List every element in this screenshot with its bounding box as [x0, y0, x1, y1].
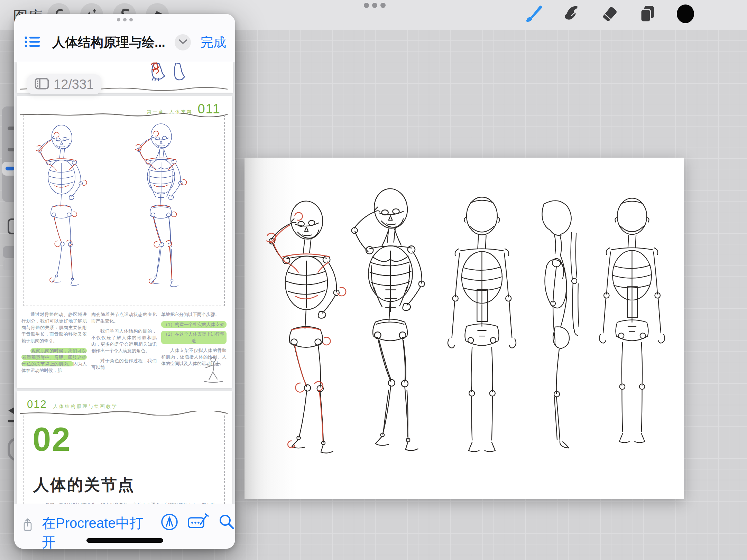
color-swatch-icon [675, 4, 695, 25]
page-number: 012 [27, 398, 47, 411]
highlighted-step-1: （1）构建一个扎实的人体支架 [161, 321, 227, 328]
gesture-sketch [201, 356, 226, 384]
paragraph: 单地把它分为以下两个步骤。 [161, 311, 227, 318]
procreate-canvas[interactable] [245, 158, 684, 499]
sketch-figure-back [599, 198, 665, 442]
layers-icon [637, 4, 657, 25]
sketch-figure-front [448, 197, 516, 451]
chapter-title: 人体的关节点 [33, 474, 135, 496]
paint-brush-icon [523, 3, 544, 26]
paint-tool-button[interactable] [522, 3, 545, 26]
paragraph: 通过对骨骼的动、静区域进行划分，我们可以更好地了解肌肉与骨骼的关系：肌肉主要依附… [21, 311, 87, 344]
document-title: 人体结构原理与绘... [52, 34, 165, 51]
page-011-text: 通过对骨骼的动、静区域进行划分，我们可以更好地了解肌肉与骨骼的关系：肌肉主要依附… [21, 311, 227, 377]
series-title: 人体结构原理与绘画教学 [53, 403, 118, 410]
page-012-running-head: 012 人体结构原理与绘画教学 [27, 398, 118, 411]
app-menu-dots[interactable] [364, 3, 386, 8]
pen-circle-icon[interactable] [160, 513, 178, 532]
pdf-page-012: 012 人体结构原理与绘画教学 02 人体的关节点 画骨骼三视图的时候需要先画好… [17, 391, 232, 504]
done-button[interactable]: 完成 [201, 34, 226, 51]
paragraph: 我们学习人体结构的目的，不仅仅是了解人体的骨骼和肌肉，更多的是学会运用相关知识创… [91, 328, 157, 354]
sketch-figure-side [542, 201, 571, 448]
paragraph: 观察肌肉的时候，我们可以着重观察脊柱、肩胛、四肢这些部位的关节点上的肌肉。因为人… [21, 347, 87, 374]
chapter-number: 02 [33, 420, 71, 458]
background-selected-marker [6, 167, 15, 170]
background-app-panel [2, 106, 16, 202]
eraser-tool-button[interactable] [598, 3, 621, 26]
sketch-arm-bones [571, 232, 579, 335]
pdf-window-header: 人体结构原理与绘... 完成 [14, 14, 235, 62]
eraser-icon [599, 4, 619, 25]
pdf-scroll-area[interactable]: 静区: [14, 62, 235, 504]
home-indicator[interactable] [86, 538, 163, 543]
markup-icon[interactable] [187, 513, 209, 532]
screen: 图库 [0, 0, 747, 560]
sketch-figure-skeleton-pose [269, 199, 339, 453]
title-menu-button[interactable] [175, 34, 191, 50]
search-icon[interactable] [218, 513, 235, 532]
window-drag-handle[interactable] [14, 18, 235, 21]
open-in-procreate-button[interactable]: 在Procreate中打开 [42, 514, 151, 549]
color-swatch-button[interactable] [674, 3, 697, 26]
table-of-contents-icon[interactable] [25, 35, 40, 50]
sketch-figure-muscle-pose [352, 187, 425, 450]
anatomy-figures-panel [23, 115, 225, 306]
share-icon[interactable] [22, 518, 33, 533]
page-indicator[interactable]: 12/331 [27, 74, 101, 94]
highlighted-step-2: （2）在这个人体支架上进行塑造 [161, 331, 227, 344]
feet-red-marks [148, 62, 169, 80]
chapter-intro-text: 画骨骼三视图的时候需要先画好水平参考线，之后不要逐个画完整骨骼的正面、侧面以及背… [32, 501, 215, 504]
paragraph: 肉会随着关节点运动状态的变化而产生变化。 [91, 311, 157, 324]
smudge-finger-icon [561, 4, 581, 25]
pdf-viewer-window[interactable]: 人体结构原理与绘... 完成 静区: [14, 14, 235, 549]
pencil-line [20, 411, 228, 416]
smudge-tool-button[interactable] [560, 3, 583, 26]
chevron-down-icon [178, 39, 187, 46]
layers-button[interactable] [636, 3, 659, 26]
sketch-figure-skeleton-pose-red [267, 213, 346, 448]
pdf-page-011: 第一章 人体支架 011 [17, 96, 232, 388]
page-indicator-value: 12/331 [54, 77, 94, 92]
sidebar-pages-icon [35, 78, 49, 91]
paragraph: 对于角色的创作过程，我们可以简 [91, 357, 157, 371]
